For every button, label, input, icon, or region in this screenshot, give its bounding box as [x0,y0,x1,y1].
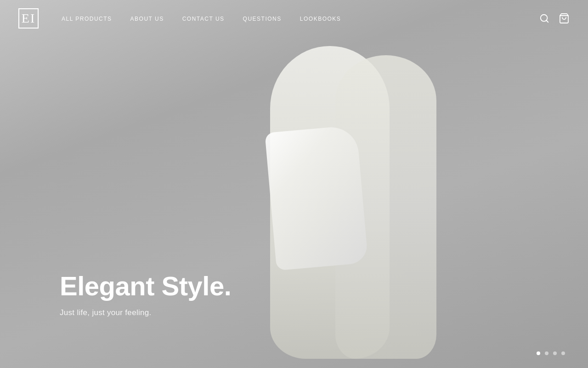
cart-button[interactable] [559,13,570,24]
search-icon [539,13,549,23]
hero-content: Elegant Style. Just life, just your feel… [60,271,231,317]
hero-title: Elegant Style. [60,271,231,301]
nav-link-questions[interactable]: QUESTIONS [243,16,282,22]
nav-link-contact-us[interactable]: CONTACT US [182,16,225,22]
svg-line-1 [546,20,548,22]
nav-item-all-products[interactable]: ALL PRODUCTS [62,14,112,23]
brand-logo[interactable]: EI [18,8,39,29]
nav-link-about-us[interactable]: ABOUT US [130,16,164,22]
nav-item-questions[interactable]: QUESTIONS [243,14,282,23]
nav-item-about-us[interactable]: ABOUT US [130,14,164,23]
nav-links: ALL PRODUCTS ABOUT US CONTACT US QUESTIO… [62,14,341,23]
navbar-right [539,13,570,24]
hero-section: EI ALL PRODUCTS ABOUT US CONTACT US QUES… [0,0,588,368]
dress-ruffle [265,125,368,270]
nav-link-all-products[interactable]: ALL PRODUCTS [62,16,112,22]
cart-icon [559,13,570,24]
carousel-dots [537,351,565,355]
nav-item-lookbooks[interactable]: LOOKBOOKS [300,14,341,23]
carousel-dot-2[interactable] [545,351,548,355]
carousel-dot-1[interactable] [537,351,540,355]
navbar-left: EI ALL PRODUCTS ABOUT US CONTACT US QUES… [18,8,341,29]
nav-link-lookbooks[interactable]: LOOKBOOKS [300,16,341,22]
navbar: EI ALL PRODUCTS ABOUT US CONTACT US QUES… [0,0,588,37]
hero-subtitle: Just life, just your feeling. [60,308,231,317]
nav-item-contact-us[interactable]: CONTACT US [182,14,225,23]
carousel-dot-3[interactable] [553,351,557,355]
search-button[interactable] [539,13,549,23]
carousel-dot-4[interactable] [561,351,565,355]
